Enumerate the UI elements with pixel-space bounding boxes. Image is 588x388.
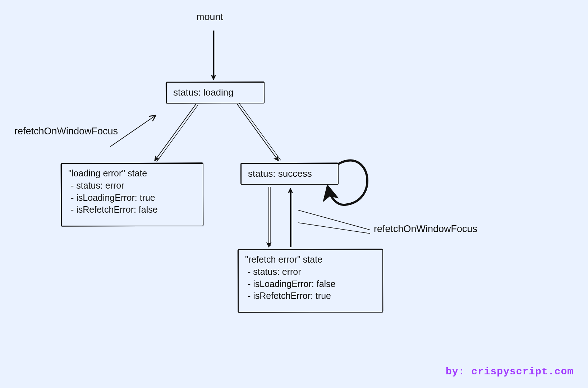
node-status-success: status: success <box>241 163 339 185</box>
svg-line-3 <box>157 105 198 162</box>
node-status-loading-text: status: loading <box>167 83 264 102</box>
node-loading-error-text: "loading error" state - status: error - … <box>62 164 203 220</box>
diagram-canvas: { "labels": { "mount": "mount", "refetch… <box>0 0 588 388</box>
label-mount: mount <box>196 11 223 23</box>
edge-refetch-error-to-success <box>290 188 292 247</box>
node-status-success-text: status: success <box>242 164 338 184</box>
node-refetch-error: "refetch error" state - status: error - … <box>238 249 383 313</box>
edge-loading-to-loading-error <box>155 104 198 162</box>
node-status-loading: status: loading <box>166 82 265 103</box>
node-loading-error: "loading error" state - status: error - … <box>61 163 203 226</box>
svg-line-4 <box>237 104 279 161</box>
edge-mount-to-loading <box>213 31 215 80</box>
svg-line-11 <box>298 210 370 230</box>
label-refetch-left: refetchOnWindowFocus <box>14 126 118 137</box>
credit-text: by: crispyscript.com <box>446 366 574 377</box>
node-refetch-error-text: "refetch error" state - status: error - … <box>239 250 382 306</box>
svg-line-12 <box>298 223 370 234</box>
edge-refetch-right-pointer <box>298 210 370 234</box>
label-refetch-right: refetchOnWindowFocus <box>374 223 477 235</box>
edge-success-to-refetch-error <box>269 187 270 247</box>
svg-line-5 <box>239 103 281 160</box>
edge-loading-to-success <box>237 103 281 161</box>
svg-line-2 <box>155 104 196 161</box>
